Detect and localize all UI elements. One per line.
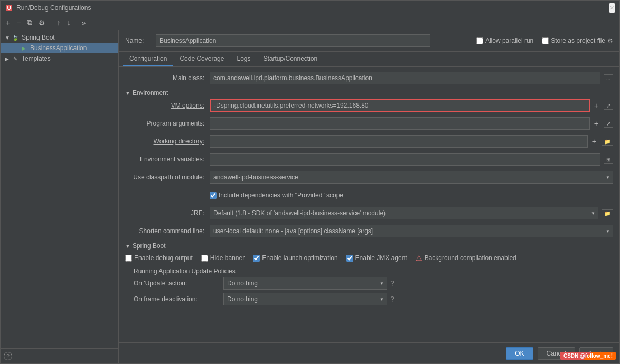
- tab-startup[interactable]: Startup/Connection: [257, 52, 324, 66]
- title-bar: U Run/Debug Configurations ×: [1, 1, 619, 15]
- sidebar-item-templates[interactable]: ▶ ✎ Templates: [1, 53, 118, 64]
- update-action-dropdown[interactable]: Do nothing Update classes and resources …: [223, 277, 387, 290]
- window-title: Run/Debug Configurations: [16, 4, 609, 12]
- update-action-dropdown-wrapper: Do nothing Update classes and resources …: [223, 277, 387, 290]
- update-help-icon[interactable]: ?: [390, 279, 394, 288]
- include-deps-value: Include dependencies with "Provided" sco…: [210, 191, 613, 199]
- working-dir-input[interactable]: [210, 135, 588, 148]
- enable-jmx-label: Enable JMX agent: [355, 254, 407, 262]
- up-button[interactable]: ↑: [54, 17, 62, 28]
- store-gear-button[interactable]: ⚙: [607, 37, 613, 44]
- spring-boot-options: Enable debug output Hide banner Enable l…: [125, 252, 613, 264]
- enable-debug-group: Enable debug output: [125, 254, 193, 262]
- shorten-cmd-value: user-local default: none - java [options…: [210, 225, 613, 237]
- sb-section-label: Spring Boot: [133, 242, 166, 250]
- spring-boot-icon: 🍃: [11, 33, 20, 42]
- main-class-row: Main class: ...: [125, 71, 613, 85]
- enable-jmx-checkbox[interactable]: [346, 255, 353, 262]
- program-args-value: + ⤢: [210, 117, 613, 130]
- program-args-label: Program arguments:: [125, 120, 210, 127]
- name-bar: Name: Allow parallel run Store as projec…: [119, 30, 619, 52]
- tab-code-coverage[interactable]: Code Coverage: [173, 52, 230, 66]
- working-dir-row: Working directory: + 📁: [125, 135, 613, 148]
- config-button[interactable]: ⚙: [36, 17, 48, 28]
- down-button[interactable]: ↓: [64, 17, 72, 28]
- sb-arrow: ▼: [125, 243, 130, 249]
- store-project-group: Store as project file ⚙: [542, 37, 613, 44]
- frame-help-icon[interactable]: ?: [390, 295, 394, 303]
- env-vars-input[interactable]: [210, 153, 600, 166]
- run-icon: ▶: [20, 44, 28, 52]
- env-vars-browse-button[interactable]: ⊞: [604, 156, 613, 164]
- store-project-checkbox[interactable]: [542, 37, 549, 44]
- prog-expand-button[interactable]: +: [592, 118, 600, 129]
- include-deps-label: Include dependencies with "Provided" sco…: [219, 191, 343, 199]
- add-button[interactable]: +: [4, 17, 12, 28]
- frame-deactivation-dropdown-wrapper: Do nothing Update classes and resources …: [223, 293, 387, 305]
- sidebar-templates-label: Templates: [22, 55, 51, 62]
- enable-debug-label: Enable debug output: [134, 254, 193, 262]
- main-class-input[interactable]: [210, 72, 600, 84]
- vm-fullscreen-button[interactable]: ⤢: [604, 102, 613, 110]
- help-button[interactable]: ?: [4, 352, 12, 360]
- include-deps-checkbox[interactable]: [210, 192, 217, 199]
- working-dir-value: + 📁: [210, 135, 613, 148]
- bottom-bar: OK Cancel Apply: [119, 342, 619, 363]
- more-button[interactable]: »: [79, 17, 88, 28]
- remove-button[interactable]: −: [14, 17, 23, 28]
- main-class-browse-button[interactable]: ...: [604, 74, 613, 82]
- policies-label: Running Application Update Policies: [125, 267, 613, 275]
- frame-deactivation-label: On frame deactivation:: [134, 295, 223, 303]
- env-arrow: ▼: [125, 90, 130, 96]
- window-icon: U: [5, 4, 13, 12]
- jre-row: JRE: Default (1.8 - SDK of 'andawell-ipd…: [125, 206, 613, 220]
- environment-section-header[interactable]: ▼ Environment: [125, 89, 613, 97]
- enable-launch-checkbox[interactable]: [253, 255, 260, 262]
- env-label: Environment: [133, 89, 168, 97]
- ok-button[interactable]: OK: [506, 347, 533, 360]
- vm-options-label: VM options:: [125, 102, 210, 109]
- copy-button[interactable]: ⧉: [25, 17, 34, 28]
- sidebar-item-business-app[interactable]: ▶ BusinessApplication: [1, 43, 118, 53]
- separator: [51, 18, 51, 27]
- warning-icon: ⚠: [416, 254, 422, 262]
- vm-options-input[interactable]: [210, 99, 590, 112]
- jre-dropdown[interactable]: Default (1.8 - SDK of 'andawell-ipd-busi…: [210, 207, 598, 219]
- hide-banner-checkbox[interactable]: [201, 255, 208, 262]
- main-class-value: ...: [210, 72, 613, 84]
- jre-browse-button[interactable]: 📁: [602, 209, 613, 217]
- classpath-row: Use classpath of module: andawell-ipd-bu…: [125, 170, 613, 184]
- bg-compilation-label: Background compilation enabled: [425, 254, 516, 262]
- frame-deactivation-row: On frame deactivation: Do nothing Update…: [125, 293, 613, 305]
- name-input[interactable]: [156, 34, 430, 47]
- main-class-label: Main class:: [125, 74, 210, 82]
- tree-arrow3: ▶: [5, 56, 11, 62]
- tab-logs[interactable]: Logs: [230, 52, 257, 66]
- close-button[interactable]: ×: [609, 3, 615, 13]
- update-action-row: On 'Update' action: Do nothing Update cl…: [125, 277, 613, 290]
- env-vars-value: ⊞: [210, 153, 613, 166]
- vm-options-row: VM options: + ⤢: [125, 99, 613, 112]
- spring-boot-section-header[interactable]: ▼ Spring Boot: [125, 242, 613, 250]
- program-args-input[interactable]: [210, 117, 590, 130]
- vm-expand-button[interactable]: +: [592, 100, 600, 111]
- separator2: [76, 18, 76, 27]
- workdir-expand-button[interactable]: +: [590, 136, 598, 147]
- module-dropdown[interactable]: andawell-ipd-business-service: [210, 171, 613, 184]
- env-vars-row: Environment variables: ⊞: [125, 152, 613, 166]
- prog-fullscreen-button[interactable]: ⤢: [604, 120, 613, 128]
- shorten-cmd-label: Shorten command line:: [125, 227, 210, 235]
- name-options: Allow parallel run Store as project file…: [476, 37, 613, 44]
- enable-debug-checkbox[interactable]: [125, 255, 132, 262]
- tabs: Configuration Code Coverage Logs Startup…: [119, 52, 619, 67]
- classpath-label: Use classpath of module:: [125, 174, 210, 181]
- sidebar-item-spring-boot[interactable]: ▼ 🍃 Spring Boot: [1, 32, 118, 43]
- tab-configuration[interactable]: Configuration: [123, 52, 173, 66]
- shorten-cmd-dropdown[interactable]: user-local default: none - java [options…: [210, 225, 613, 237]
- workdir-browse-button[interactable]: 📁: [602, 138, 613, 146]
- allow-parallel-checkbox[interactable]: [476, 37, 483, 44]
- frame-deactivation-dropdown[interactable]: Do nothing Update classes and resources …: [223, 293, 387, 305]
- allow-parallel-label: Allow parallel run: [485, 37, 533, 44]
- hide-banner-group: Hide banner: [201, 254, 245, 262]
- enable-launch-group: Enable launch optimization: [253, 254, 337, 262]
